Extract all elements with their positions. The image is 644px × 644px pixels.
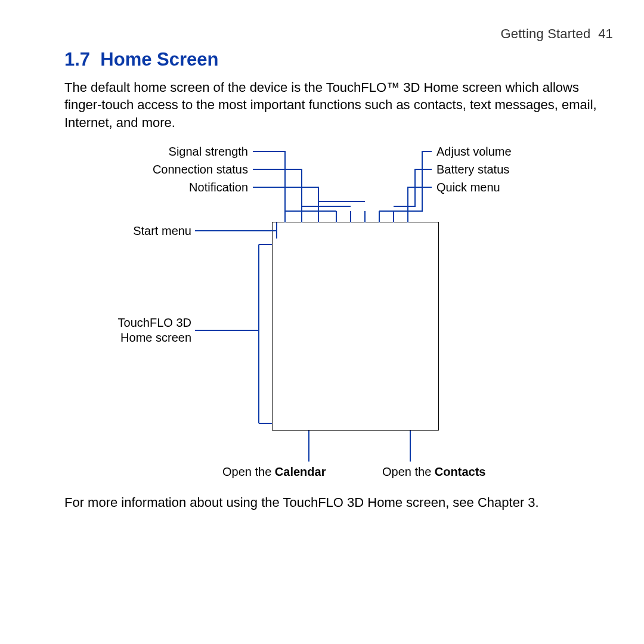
label-battery-status: Battery status bbox=[436, 163, 509, 177]
label-quick-menu: Quick menu bbox=[436, 181, 500, 194]
label-connection-status: Connection status bbox=[153, 163, 248, 177]
label-touchflo-line1: TouchFLO 3D bbox=[118, 316, 191, 330]
label-touchflo-line2: Home screen bbox=[120, 331, 191, 345]
label-open-contacts: Open the Contacts bbox=[382, 465, 485, 479]
running-header: Getting Started 41 bbox=[501, 26, 613, 42]
chapter-name: Getting Started bbox=[501, 26, 591, 41]
section-number: 1.7 bbox=[64, 49, 90, 70]
label-notification: Notification bbox=[189, 181, 248, 194]
home-screen-diagram: Signal strength Connection status Notifi… bbox=[64, 143, 613, 483]
footer-paragraph: For more information about using the Tou… bbox=[64, 494, 613, 511]
section-title: Home Screen bbox=[100, 49, 218, 70]
label-start-menu: Start menu bbox=[133, 224, 191, 238]
device-outline bbox=[272, 222, 439, 431]
label-open-calendar: Open the Calendar bbox=[222, 465, 326, 479]
intro-paragraph: The default home screen of the device is… bbox=[64, 79, 613, 131]
manual-page: Getting Started 41 1.7 Home Screen The d… bbox=[0, 0, 644, 644]
label-signal-strength: Signal strength bbox=[169, 145, 248, 159]
page-number: 41 bbox=[598, 26, 613, 41]
section-heading: 1.7 Home Screen bbox=[64, 49, 218, 70]
label-adjust-volume: Adjust volume bbox=[436, 145, 512, 159]
